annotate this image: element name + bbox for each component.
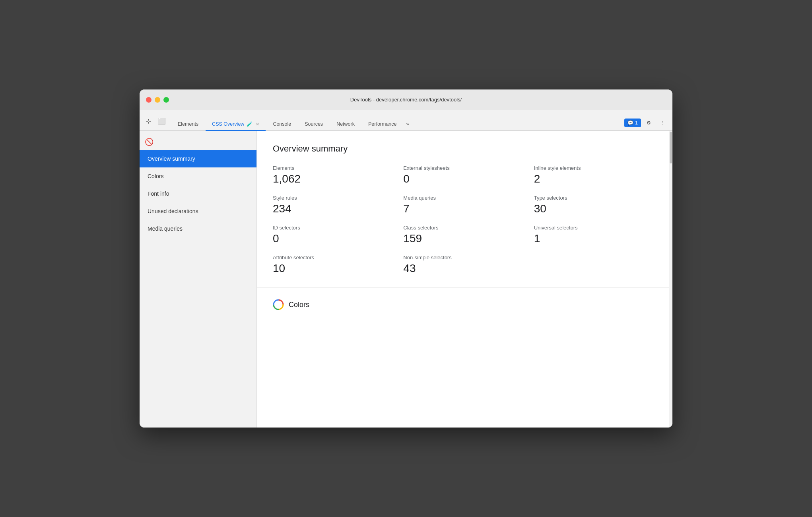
- maximize-button[interactable]: [163, 97, 169, 103]
- stat-attribute-selectors: Attribute selectors 10: [273, 255, 395, 275]
- sidebar: 🚫 Overview summary Colors Font info Unus…: [140, 131, 257, 428]
- stat-id-selectors-value: 0: [273, 232, 395, 245]
- stat-attribute-selectors-label: Attribute selectors: [273, 255, 395, 260]
- tab-right-actions: 💬 1 ⚙ ⋮: [624, 119, 669, 130]
- device-icon: ⬜: [158, 117, 166, 125]
- stat-type-selectors-value: 30: [534, 202, 657, 215]
- content-panel: Overview summary Elements 1,062 External…: [257, 131, 672, 428]
- stat-inline-style-elements-value: 2: [534, 173, 657, 185]
- cursor-tool-button[interactable]: ⊹: [143, 115, 154, 126]
- tab-elements-label: Elements: [178, 121, 198, 127]
- stat-external-stylesheets-value: 0: [403, 173, 526, 185]
- tab-css-overview[interactable]: CSS Overview 🧪 ✕: [206, 118, 266, 131]
- stat-type-selectors: Type selectors 30: [534, 195, 657, 215]
- stat-style-rules-value: 234: [273, 202, 395, 215]
- tab-network-label: Network: [336, 121, 355, 127]
- tab-close-button[interactable]: ✕: [256, 122, 259, 127]
- sidebar-item-media-queries-label: Media queries: [148, 225, 183, 232]
- titlebar: DevTools - developer.chrome.com/tags/dev…: [140, 89, 672, 110]
- stat-inline-style-elements: Inline style elements 2: [534, 165, 657, 185]
- sidebar-item-overview-summary[interactable]: Overview summary: [140, 150, 256, 167]
- stat-style-rules: Style rules 234: [273, 195, 395, 215]
- tab-performance[interactable]: Performance: [362, 118, 403, 131]
- tab-network[interactable]: Network: [330, 118, 361, 131]
- stat-media-queries-value: 7: [403, 202, 526, 215]
- stat-non-simple-selectors-label: Non-simple selectors: [403, 255, 526, 260]
- more-options-button[interactable]: ⋮: [657, 119, 669, 127]
- sidebar-item-unused-declarations[interactable]: Unused declarations: [140, 202, 256, 220]
- minimize-button[interactable]: [155, 97, 160, 103]
- settings-button[interactable]: ⚙: [643, 119, 655, 127]
- device-toggle-button[interactable]: ⬜: [156, 115, 167, 126]
- colors-section: Colors: [257, 288, 672, 321]
- beaker-icon: 🧪: [247, 121, 253, 127]
- block-icon: 🚫: [145, 138, 153, 146]
- more-tabs-button[interactable]: »: [404, 118, 412, 131]
- toolbar-left-icons: ⊹ ⬜: [143, 115, 167, 130]
- window-title: DevTools - developer.chrome.com/tags/dev…: [350, 97, 462, 103]
- stat-media-queries: Media queries 7: [403, 195, 526, 215]
- chat-icon: 💬: [627, 120, 633, 126]
- stats-grid: Elements 1,062 External stylesheets 0 In…: [273, 165, 657, 275]
- content-wrapper: Overview summary Elements 1,062 External…: [257, 131, 672, 428]
- stat-attribute-selectors-value: 10: [273, 262, 395, 275]
- overview-summary-section: Overview summary Elements 1,062 External…: [257, 131, 672, 288]
- stat-elements-value: 1,062: [273, 173, 395, 185]
- scrollbar-thumb[interactable]: [670, 132, 672, 163]
- tab-css-overview-label: CSS Overview: [212, 121, 244, 127]
- stat-universal-selectors-value: 1: [534, 232, 657, 245]
- notification-count: 1: [635, 120, 638, 126]
- sidebar-item-colors-label: Colors: [148, 173, 163, 179]
- tab-console-label: Console: [273, 121, 291, 127]
- stat-id-selectors-label: ID selectors: [273, 225, 395, 231]
- main-content: 🚫 Overview summary Colors Font info Unus…: [140, 131, 672, 428]
- gear-icon: ⚙: [647, 120, 651, 126]
- tab-elements[interactable]: Elements: [171, 118, 205, 131]
- colors-circle-icon: [273, 299, 284, 310]
- stat-class-selectors-value: 159: [403, 232, 526, 245]
- scrollbar[interactable]: [669, 131, 672, 428]
- stat-inline-style-elements-label: Inline style elements: [534, 165, 657, 171]
- tabbar: ⊹ ⬜ Elements CSS Overview 🧪 ✕ Console So…: [140, 110, 672, 131]
- sidebar-item-colors[interactable]: Colors: [140, 167, 256, 185]
- cursor-icon: ⊹: [146, 117, 151, 125]
- stat-non-simple-selectors: Non-simple selectors 43: [403, 255, 526, 275]
- tab-sources-label: Sources: [305, 121, 323, 127]
- stat-external-stylesheets-label: External stylesheets: [403, 165, 526, 171]
- tab-console[interactable]: Console: [266, 118, 297, 131]
- traffic-lights: [146, 97, 169, 103]
- stat-elements: Elements 1,062: [273, 165, 395, 185]
- ellipsis-icon: ⋮: [660, 120, 665, 126]
- colors-section-label: Colors: [289, 301, 309, 309]
- tab-sources[interactable]: Sources: [298, 118, 329, 131]
- stat-class-selectors-label: Class selectors: [403, 225, 526, 231]
- tab-performance-label: Performance: [368, 121, 397, 127]
- close-button[interactable]: [146, 97, 152, 103]
- sidebar-item-overview-summary-label: Overview summary: [148, 155, 195, 162]
- sidebar-item-font-info-label: Font info: [148, 190, 169, 197]
- stat-type-selectors-label: Type selectors: [534, 195, 657, 201]
- stat-universal-selectors: Universal selectors 1: [534, 225, 657, 245]
- more-tabs-icon: »: [406, 121, 409, 127]
- stat-style-rules-label: Style rules: [273, 195, 395, 201]
- stat-non-simple-selectors-value: 43: [403, 262, 526, 275]
- sidebar-item-font-info[interactable]: Font info: [140, 185, 256, 202]
- stat-media-queries-label: Media queries: [403, 195, 526, 201]
- stat-id-selectors: ID selectors 0: [273, 225, 395, 245]
- stat-external-stylesheets: External stylesheets 0: [403, 165, 526, 185]
- devtools-window: DevTools - developer.chrome.com/tags/dev…: [140, 89, 672, 428]
- stat-class-selectors: Class selectors 159: [403, 225, 526, 245]
- sidebar-item-unused-declarations-label: Unused declarations: [148, 208, 198, 214]
- sidebar-item-media-queries[interactable]: Media queries: [140, 220, 256, 237]
- notifications-button[interactable]: 💬 1: [624, 119, 641, 127]
- overview-summary-title: Overview summary: [273, 144, 657, 154]
- stat-elements-label: Elements: [273, 165, 395, 171]
- block-button[interactable]: 🚫: [143, 136, 155, 148]
- stat-universal-selectors-label: Universal selectors: [534, 225, 657, 231]
